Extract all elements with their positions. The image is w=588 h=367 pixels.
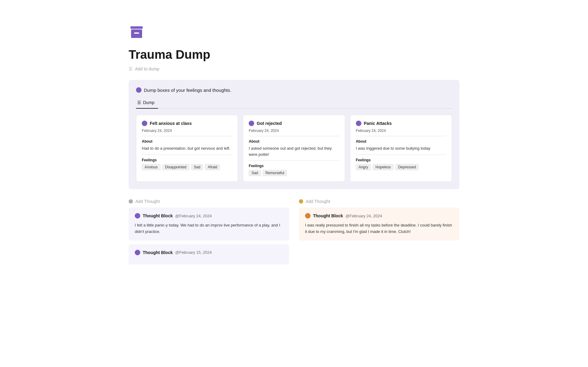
thought-block-left-2-date: @February 15, 2024 [175, 250, 212, 255]
card-2-about-label: About [249, 139, 339, 144]
tag-sad: Sad [191, 164, 203, 170]
card-3-feelings-tags: Angry Hopeless Depressed [356, 164, 446, 170]
left-thought-column: Add Thought Thought Block @February 24, … [129, 199, 289, 268]
card-2-feelings-label: Feelings [249, 164, 339, 168]
card-1-title-row: Felt anxious at class [142, 121, 232, 126]
card-3-date: February 24, 2024 [356, 129, 446, 133]
tag-hopeless: Hopeless [373, 164, 394, 170]
add-thought-right-icon [299, 199, 303, 204]
card-1: Felt anxious at class February 24, 2024 … [136, 115, 238, 182]
thought-block-right-1-date: @February 24, 2024 [345, 214, 382, 218]
tab-dump[interactable]: ☰ Dump [136, 98, 158, 109]
card-1-about-text: Had to do a presentation, but got nervou… [142, 145, 232, 152]
card-3-icon [356, 121, 361, 126]
tag-anxious: Anxious [142, 164, 160, 170]
cards-grid: Felt anxious at class February 24, 2024 … [136, 115, 452, 182]
thought-block-right-1-text: I was really pressured to finish all my … [305, 222, 453, 235]
card-3-about-label: About [356, 139, 446, 144]
svg-rect-2 [134, 32, 139, 34]
tabs-bar: ☰ Dump [136, 98, 452, 109]
card-1-date: February 24, 2024 [142, 129, 232, 133]
tag-sad-2: Sad [249, 170, 261, 176]
section-bubble-icon [136, 87, 141, 93]
thought-block-left-1-icon [135, 213, 140, 219]
card-2-title: Got rejected [257, 121, 282, 126]
page-title: Trauma Dump [129, 48, 459, 62]
thought-block-left-2-title: Thought Block [143, 250, 173, 255]
card-1-feelings-tags: Anxious Disappointed Sad Afraid [142, 164, 232, 170]
add-thought-right-label: Add Thought [306, 199, 330, 204]
thought-block-left-1-header: Thought Block @February 24, 2024 [135, 213, 283, 219]
section-description: Dump boxes of your feelings and thoughts… [144, 88, 231, 93]
main-section: Dump boxes of your feelings and thoughts… [129, 80, 459, 189]
card-3-title-row: Panic Attacks [356, 121, 446, 126]
bottom-grid: Add Thought Thought Block @February 24, … [129, 199, 459, 268]
add-thought-left-icon [129, 199, 133, 204]
card-3-title: Panic Attacks [364, 121, 392, 126]
thought-block-right-1-title: Thought Block [313, 213, 343, 218]
thought-block-right-1: Thought Block @February 24, 2024 I was r… [299, 208, 459, 241]
thought-block-left-1-date: @February 24, 2024 [175, 214, 212, 218]
card-1-title: Felt anxious at class [150, 121, 192, 126]
add-to-dump-icon: ☰ [129, 66, 133, 71]
tag-depressed: Depressed [395, 164, 419, 170]
card-2-icon [249, 121, 254, 126]
tab-dump-label: Dump [143, 100, 154, 105]
tab-dump-icon: ☰ [137, 100, 141, 105]
card-2-title-row: Got rejected [249, 121, 339, 126]
tag-angry: Angry [356, 164, 371, 170]
thought-block-left-2-icon [135, 250, 140, 255]
card-2-about-text: I asked someone out and got rejected, bu… [249, 145, 339, 157]
thought-block-right-1-header: Thought Block @February 24, 2024 [305, 213, 453, 219]
add-thought-left-label: Add Thought [135, 199, 160, 204]
card-3: Panic Attacks February 24, 2024 About I … [350, 115, 452, 182]
page-icon [129, 24, 459, 42]
svg-rect-0 [130, 26, 143, 29]
thought-block-left-1-title: Thought Block [143, 213, 173, 218]
add-thought-left-button[interactable]: Add Thought [129, 199, 289, 204]
right-thought-column: Add Thought Thought Block @February 24, … [299, 199, 459, 268]
tag-afraid: Afraid [205, 164, 220, 170]
card-1-about-label: About [142, 139, 232, 144]
thought-block-right-1-icon [305, 213, 311, 219]
card-2-date: February 24, 2024 [249, 129, 339, 133]
tag-disappointed: Disappointed [162, 164, 189, 170]
thought-block-left-1-text: I felt a little panic-y today. We had to… [135, 222, 283, 235]
card-3-feelings-label: Feelings [356, 158, 446, 162]
add-to-dump-button[interactable]: ☰ Add to dump [129, 66, 459, 71]
thought-block-left-2-header: Thought Block @February 15, 2024 [135, 250, 283, 255]
thought-block-left-1: Thought Block @February 24, 2024 I felt … [129, 208, 289, 241]
card-1-icon [142, 121, 147, 126]
card-1-feelings-label: Feelings [142, 158, 232, 162]
card-2-feelings-tags: Sad Remorseful [249, 170, 339, 176]
add-to-dump-label: Add to dump [135, 66, 159, 71]
thought-block-left-2: Thought Block @February 15, 2024 [129, 244, 289, 264]
tag-remorseful: Remorseful [263, 170, 287, 176]
add-thought-right-button[interactable]: Add Thought [299, 199, 459, 204]
card-3-about-text: I was triggered due to some bullying tod… [356, 145, 446, 152]
card-2: Got rejected February 24, 2024 About I a… [243, 115, 345, 182]
